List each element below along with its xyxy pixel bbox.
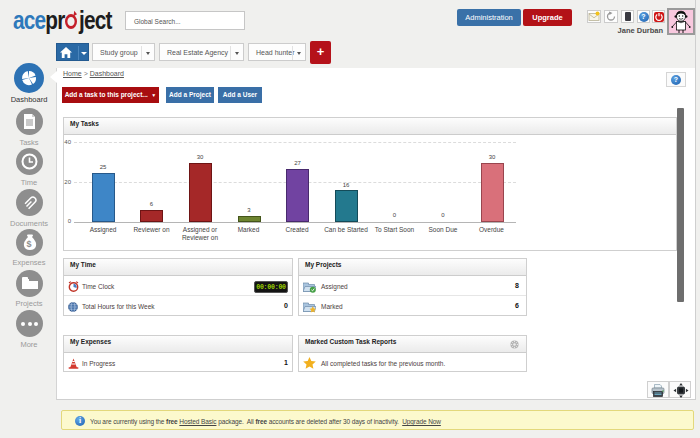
svg-text:$: $ bbox=[26, 239, 31, 249]
